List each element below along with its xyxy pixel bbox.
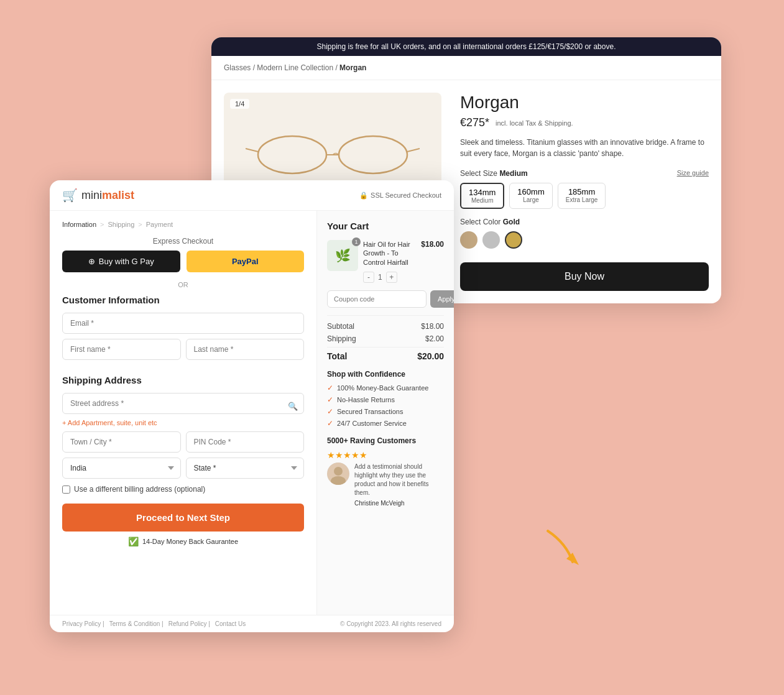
billing-checkbox[interactable] [62,486,70,494]
footer-link-terms[interactable]: Terms & Condition [109,620,164,627]
qty-decrease-button[interactable]: - [363,272,374,283]
cart-item-image: 🌿 1 [327,240,358,271]
cart-qty-controls: - 1 + [363,272,444,283]
confidence-item-1: ✓ 100% Money-Back Guarantee [327,384,444,392]
state-select[interactable]: State * [186,458,305,479]
subtotal-label: Subtotal [327,322,354,331]
svg-point-1 [339,136,407,173]
pin-code-field[interactable] [186,431,305,453]
subtotal-row: Subtotal $18.00 [327,322,444,331]
testimonial-card: Add a testimonial should highlight why t… [327,463,444,507]
confidence-item-4: ✓ 24/7 Customer Service [327,419,444,428]
color-section: Select Color Gold [460,218,709,249]
cart-panel: Your Cart 🌿 1 Hair Oil for Hair Growth -… [317,211,454,615]
checkout-page: 🛒 minimalist 🔒 SSL Secured Checkout Info… [50,180,454,632]
footer-copyright: © Copyright 2023. All rights reserved [340,620,441,627]
shipping-value: $2.00 [425,334,444,343]
confidence-item-2: ✓ No-Hassle Returns [327,395,444,404]
shop-confidence-section: Shop with Confidence ✓ 100% Money-Back G… [327,370,444,428]
svg-point-0 [258,136,326,173]
shop-confidence-title: Shop with Confidence [327,370,444,379]
street-address-field[interactable] [62,393,304,414]
size-options: 134mm Medium 160mm Large 185mm Extra Lar… [460,183,709,209]
total-row: Total $20.00 [327,347,444,361]
arrow-annotation [535,518,585,571]
apply-coupon-button[interactable]: Apply [430,290,454,308]
gpay-button[interactable]: ⊕ Buy with G Pay [62,251,180,272]
size-option-large[interactable]: 160mm Large [509,183,552,209]
billing-checkbox-row: Use a different billing address (optiona… [62,485,304,494]
qty-value: 1 [378,273,382,282]
size-option-medium[interactable]: 134mm Medium [460,183,504,209]
check-icon-2: ✓ [327,395,333,404]
town-pin-row [62,431,304,458]
ssl-badge: 🔒 SSL Secured Checkout [359,191,441,200]
cart-item-price: $18.00 [421,240,444,249]
town-city-field[interactable] [62,431,181,453]
footer-link-refund[interactable]: Refund Policy [168,620,210,627]
logo-area: 🛒 minimalist [62,188,134,203]
color-swatch-silver[interactable] [482,231,500,249]
testimonials-title: 5000+ Raving Customers [327,436,444,445]
paypal-button[interactable]: PayPal [187,251,305,272]
proceed-button[interactable]: Proceed to Next Step [62,504,304,532]
cart-item-name: Hair Oil for Hair Growth - To Control Ha… [363,240,421,267]
name-row [62,339,304,365]
shipping-address-title: Shipping Address [62,375,304,385]
or-divider: OR [62,281,304,288]
image-counter: 1/4 [230,99,249,109]
checkout-body: Information > Shipping > Payment Express… [50,211,454,615]
buy-now-button[interactable]: Buy Now [460,262,709,291]
subtotal-value: $18.00 [421,322,444,331]
size-guide-link[interactable]: Size guide [677,169,709,177]
footer-link-privacy[interactable]: Privacy Policy [62,620,104,627]
email-field[interactable] [62,313,304,334]
footer-link-contact[interactable]: Contact Us [215,620,246,627]
search-icon: 🔍 [288,402,298,411]
product-price-note: incl. local Tax & Shipping. [496,119,573,127]
product-breadcrumb: Glasses / Modern Line Collection / Morga… [211,56,721,80]
total-value: $20.00 [417,351,444,361]
country-select[interactable]: India United States United Kingdom [62,458,181,479]
check-icon-3: ✓ [327,407,333,416]
testimonial-avatar [327,463,349,485]
shipping-label: Shipping [327,334,356,343]
testimonial-stars: ★★★★★ [327,450,444,460]
svg-line-3 [246,149,258,152]
cart-title: Your Cart [327,221,444,231]
cart-summary: Subtotal $18.00 Shipping $2.00 Total $20… [327,315,444,361]
express-checkout-section: Express Checkout ⊕ Buy with G Pay PayPal [62,237,304,272]
add-apartment-link[interactable]: + Add Apartment, suite, unit etc [62,419,304,426]
product-details: Morgan €275* incl. local Tax & Shipping.… [460,93,709,291]
size-option-xl[interactable]: 185mm Extra Large [558,183,606,209]
shipping-row: Shipping $2.00 [327,334,444,343]
express-checkout-title: Express Checkout [62,237,304,246]
last-name-field[interactable] [186,339,305,360]
qty-increase-button[interactable]: + [386,272,397,283]
testimonial-name: Christine McVeigh [354,500,444,507]
money-back-badge: ✅ 14-Day Money Back Gaurantee [62,536,304,546]
check-icon-4: ✓ [327,419,333,428]
shipping-address-section: Shipping Address 🔍 + Add Apartment, suit… [62,375,304,494]
svg-line-4 [407,149,420,152]
confidence-item-3: ✓ Secured Transactions [327,407,444,416]
product-description: Sleek and timeless. Titanium glasses wit… [460,137,709,159]
product-glasses-image [246,130,420,180]
shipping-banner: Shipping is free for all UK orders, and … [211,37,721,56]
testimonial-section: 5000+ Raving Customers ★★★★★ Add a testi… [327,436,444,507]
first-name-field[interactable] [62,339,181,360]
checkout-breadcrumb: Information > Shipping > Payment [62,221,304,228]
product-price: €275* [460,116,489,129]
coupon-input[interactable] [327,290,427,308]
svg-point-7 [334,467,343,476]
color-swatch-rose-gold[interactable] [460,231,477,249]
color-swatch-gold[interactable] [505,231,522,249]
logo-icon: 🛒 [62,188,78,203]
check-icon-1: ✓ [327,384,333,392]
checkout-header: 🛒 minimalist 🔒 SSL Secured Checkout [50,180,454,211]
customer-info-title: Customer Information [62,295,304,305]
green-check-icon: ✅ [128,536,139,546]
logo-text: minimalist [81,189,134,202]
product-name: Morgan [460,93,709,113]
cart-item-details: Hair Oil for Hair Growth - To Control Ha… [363,240,444,283]
